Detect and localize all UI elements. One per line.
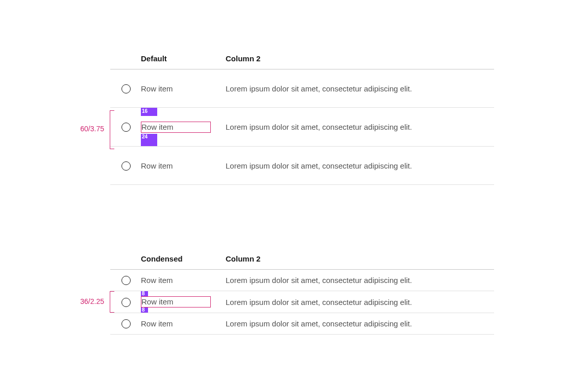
cell-text: Lorem ipsum dolor sit amet, consectetur … xyxy=(226,276,412,285)
padding-bottom-indicator: 8 xyxy=(141,308,148,313)
radio-button[interactable] xyxy=(121,161,131,171)
table-row: Row item Lorem ipsum dolor sit amet, con… xyxy=(110,69,494,108)
table-row: Row item Lorem ipsum dolor sit amet, con… xyxy=(110,147,494,185)
dimension-label: 36/2.25 xyxy=(80,297,104,305)
table-row: 16 Row item 24 Lorem ipsum dolor sit ame… xyxy=(110,108,494,147)
cell-text: Lorem ipsum dolor sit amet, consectetur … xyxy=(226,298,412,306)
table-row: Row item Lorem ipsum dolor sit amet, con… xyxy=(110,313,494,335)
cell-text: Lorem ipsum dolor sit amet, consectetur … xyxy=(226,161,412,170)
radio-button[interactable] xyxy=(121,276,131,285)
data-table-condensed: Condensed Column 2 Row item Lorem ipsum … xyxy=(110,249,494,335)
cell-text: Lorem ipsum dolor sit amet, consectetur … xyxy=(226,319,412,328)
cell-text: Lorem ipsum dolor sit amet, consectetur … xyxy=(226,84,412,93)
radio-button[interactable] xyxy=(121,84,131,93)
cell-text: Row item xyxy=(141,84,173,93)
radio-button[interactable] xyxy=(121,319,131,328)
cell-text: Row item xyxy=(141,319,173,328)
row-height-annotation-condensed: 36/2.25 xyxy=(68,291,110,313)
column-header-2: Column 2 xyxy=(226,49,494,69)
cell-text: Row item xyxy=(141,276,173,285)
column-header-select xyxy=(110,49,141,69)
row-height-annotation-default: 60/3.75 xyxy=(60,110,110,149)
padding-top-indicator: 8 xyxy=(141,291,148,296)
table-row: 8 Row item 8 Lorem ipsum dolor sit amet,… xyxy=(110,291,494,313)
column-header-select xyxy=(110,249,141,270)
spec-cell: 16 Row item 24 xyxy=(141,108,226,146)
column-header-2: Column 2 xyxy=(226,249,494,270)
spec-cell: 8 Row item 8 xyxy=(141,291,226,313)
cell-text: Row item xyxy=(141,122,211,133)
cell-text: Row item xyxy=(141,161,173,170)
padding-top-indicator: 16 xyxy=(141,108,157,116)
data-table-default: Default Column 2 Row item Lorem ipsum do… xyxy=(110,49,494,185)
radio-button[interactable] xyxy=(121,123,131,132)
radio-button[interactable] xyxy=(121,298,131,307)
padding-bottom-indicator: 24 xyxy=(141,134,157,146)
dimension-label: 60/3.75 xyxy=(80,125,104,133)
column-header-1: Condensed xyxy=(141,249,226,270)
table-row: Row item Lorem ipsum dolor sit amet, con… xyxy=(110,270,494,291)
cell-text: Lorem ipsum dolor sit amet, consectetur … xyxy=(226,123,412,131)
column-header-1: Default xyxy=(141,49,226,69)
cell-text: Row item xyxy=(141,296,211,308)
